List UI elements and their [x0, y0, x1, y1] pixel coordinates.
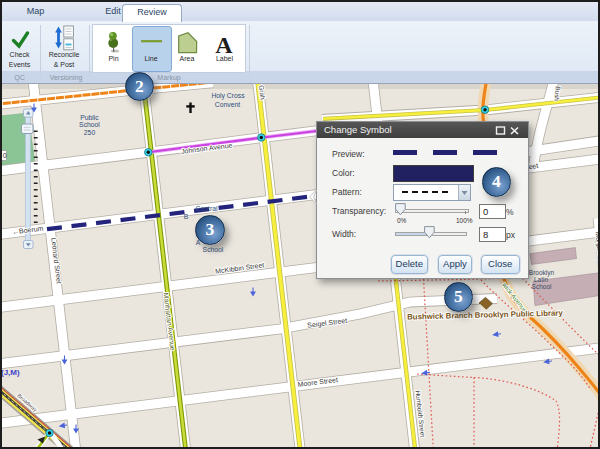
svg-text:eet: eet [528, 162, 539, 170]
svg-text:Central: Central [196, 205, 218, 212]
svg-text:Holy Cross: Holy Cross [211, 92, 245, 100]
svg-text:Convent: Convent [215, 101, 240, 108]
svg-text:250: 250 [84, 129, 96, 136]
svg-text:A: A [215, 32, 233, 58]
svg-text:Latin: Latin [534, 276, 548, 283]
svg-text:B: B [184, 213, 189, 220]
svg-text:School: School [203, 246, 224, 253]
svg-text:Public: Public [80, 114, 99, 121]
svg-text:(J,M): (J,M) [1, 368, 20, 377]
svg-text:School: School [79, 121, 100, 128]
svg-text:0: 0 [3, 152, 7, 159]
svg-text:School: School [532, 283, 552, 290]
